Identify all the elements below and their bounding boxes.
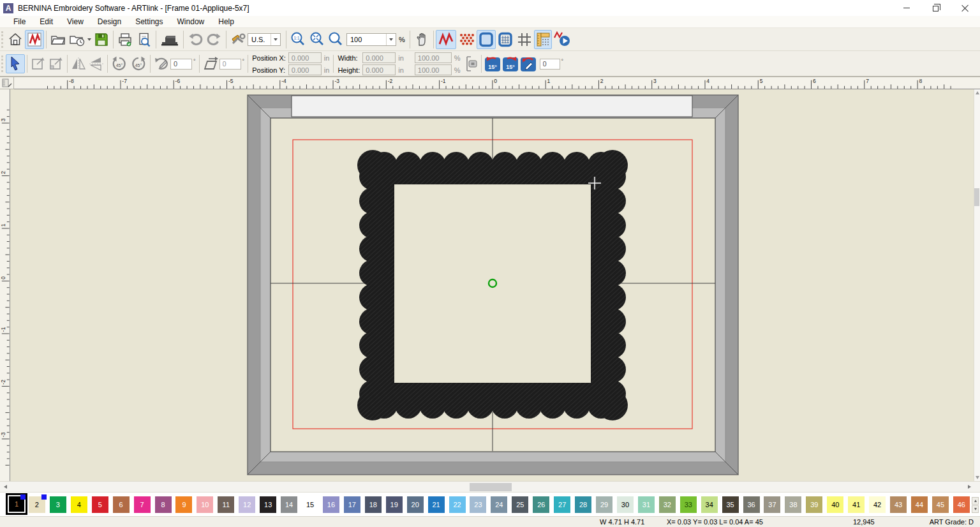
pan-button[interactable] xyxy=(412,30,431,49)
show-grid-button[interactable] xyxy=(515,30,534,49)
palette-swatch-27[interactable]: 27 xyxy=(554,496,570,513)
horizontal-scroll-thumb[interactable] xyxy=(470,483,512,491)
palette-swatch-42[interactable]: 42 xyxy=(869,496,886,513)
print-button[interactable] xyxy=(115,30,135,49)
palette-swatch-5[interactable]: 5 xyxy=(92,496,108,513)
width-input[interactable] xyxy=(362,52,396,63)
mirror-vertical-button[interactable] xyxy=(87,54,105,73)
palette-swatch-12[interactable]: 12 xyxy=(239,496,255,513)
palette-swatch-24[interactable]: 24 xyxy=(491,496,507,513)
zoom-level-select[interactable]: 100 xyxy=(346,33,396,46)
menu-item-design[interactable]: Design xyxy=(91,16,128,28)
palette-swatch-35[interactable]: 35 xyxy=(722,496,739,513)
menu-item-file[interactable]: File xyxy=(6,16,33,28)
horizontal-scrollbar[interactable] xyxy=(0,481,980,492)
palette-swatch-4[interactable]: 4 xyxy=(71,496,87,513)
palette-swatch-20[interactable]: 20 xyxy=(407,496,424,513)
palette-swatch-2[interactable]: 2 xyxy=(29,496,45,513)
stitch-player-button[interactable] xyxy=(552,30,574,49)
zoom-fit-button[interactable] xyxy=(308,30,327,49)
zoom-1to1-button[interactable]: 1:1 xyxy=(288,30,308,49)
print-preview-button[interactable] xyxy=(135,30,154,49)
palette-swatch-6[interactable]: 6 xyxy=(113,496,130,513)
show-hoop-template-button[interactable] xyxy=(496,30,515,49)
scale-width-button[interactable] xyxy=(29,54,47,73)
scalloped-frame-design[interactable] xyxy=(357,150,628,420)
height-percent-input[interactable] xyxy=(415,64,452,75)
palette-swatch-23[interactable]: 23 xyxy=(470,496,486,513)
palette-swatch-9[interactable]: 9 xyxy=(175,496,192,513)
skew-angle-input[interactable] xyxy=(219,59,241,70)
restore-button[interactable] xyxy=(921,0,951,16)
scroll-down-icon[interactable] xyxy=(976,476,979,479)
rotate-ccw-15-button[interactable]: 15° xyxy=(484,54,501,73)
rotate-free-button[interactable] xyxy=(152,54,170,73)
menu-item-edit[interactable]: Edit xyxy=(33,16,60,28)
units-select[interactable]: U.S. xyxy=(248,33,281,46)
show-stitches-button[interactable] xyxy=(436,30,456,49)
palette-swatch-40[interactable]: 40 xyxy=(827,496,843,513)
write-to-machine-button[interactable] xyxy=(158,30,181,49)
palette-swatch-16[interactable]: 16 xyxy=(323,496,339,513)
scale-height-button[interactable] xyxy=(47,54,65,73)
palette-swatch-13[interactable]: 13 xyxy=(260,496,276,513)
scroll-right-icon[interactable] xyxy=(968,485,971,489)
palette-scroll-up-button[interactable] xyxy=(972,497,979,505)
ruler-corner-button[interactable] xyxy=(0,77,14,89)
rotate-ccw-45-button[interactable]: 45° xyxy=(110,54,129,73)
zoom-level-dropdown[interactable] xyxy=(386,34,396,45)
palette-scroll-down-button[interactable] xyxy=(972,505,979,513)
open-recent-button[interactable] xyxy=(68,30,92,49)
design-canvas[interactable] xyxy=(10,89,974,481)
toolbar-grip[interactable] xyxy=(1,56,4,72)
settings-tools-button[interactable] xyxy=(228,30,248,49)
menu-item-view[interactable]: View xyxy=(60,16,91,28)
mirror-horizontal-button[interactable] xyxy=(70,54,87,73)
palette-swatch-32[interactable]: 32 xyxy=(659,496,676,513)
palette-swatch-18[interactable]: 18 xyxy=(365,496,382,513)
home-button[interactable] xyxy=(6,30,25,49)
zoom-button[interactable] xyxy=(327,30,345,49)
palette-swatch-33[interactable]: 33 xyxy=(680,496,697,513)
palette-swatch-19[interactable]: 19 xyxy=(386,496,403,513)
toolbar-grip[interactable] xyxy=(1,31,4,48)
select-tool-button[interactable] xyxy=(6,54,25,73)
save-button[interactable] xyxy=(92,30,111,49)
scroll-up-icon[interactable] xyxy=(976,91,979,94)
artlink-canvas-button[interactable] xyxy=(25,30,44,49)
rotate-15-free-button[interactable] xyxy=(519,54,537,73)
minimize-button[interactable] xyxy=(892,0,921,16)
show-hoop-button[interactable] xyxy=(477,30,496,49)
palette-swatch-11[interactable]: 11 xyxy=(218,496,234,513)
palette-swatch-39[interactable]: 39 xyxy=(806,496,822,513)
palette-swatch-14[interactable]: 14 xyxy=(281,496,297,513)
lock-proportions-button[interactable] xyxy=(463,54,479,73)
position-y-input[interactable] xyxy=(288,64,322,75)
palette-swatch-45[interactable]: 45 xyxy=(932,496,949,513)
rotate-cw-15-button[interactable]: 15° xyxy=(501,54,519,73)
menu-item-window[interactable]: Window xyxy=(170,16,212,28)
rotate-angle-input[interactable] xyxy=(170,59,192,70)
palette-swatch-1[interactable]: 1 xyxy=(8,495,26,513)
redo-button[interactable] xyxy=(205,30,224,49)
palette-swatch-7[interactable]: 7 xyxy=(134,496,151,513)
close-button[interactable] xyxy=(951,0,980,16)
palette-swatch-29[interactable]: 29 xyxy=(596,496,612,513)
units-dropdown[interactable] xyxy=(271,34,280,45)
palette-swatch-38[interactable]: 38 xyxy=(785,496,801,513)
palette-swatch-25[interactable]: 25 xyxy=(512,496,528,513)
menu-item-settings[interactable]: Settings xyxy=(128,16,170,28)
palette-swatch-36[interactable]: 36 xyxy=(743,496,760,513)
palette-swatch-41[interactable]: 41 xyxy=(848,496,865,513)
palette-swatch-3[interactable]: 3 xyxy=(50,496,66,513)
palette-swatch-17[interactable]: 17 xyxy=(344,496,360,513)
rotate-cw-45-button[interactable]: 45° xyxy=(129,54,148,73)
undo-button[interactable] xyxy=(186,30,205,49)
palette-swatch-10[interactable]: 10 xyxy=(197,496,213,513)
palette-swatch-30[interactable]: 30 xyxy=(617,496,634,513)
skew-button[interactable] xyxy=(202,54,219,73)
palette-swatch-21[interactable]: 21 xyxy=(428,496,445,513)
scroll-left-icon[interactable] xyxy=(4,485,7,489)
palette-swatch-31[interactable]: 31 xyxy=(638,496,655,513)
palette-swatch-44[interactable]: 44 xyxy=(911,496,928,513)
